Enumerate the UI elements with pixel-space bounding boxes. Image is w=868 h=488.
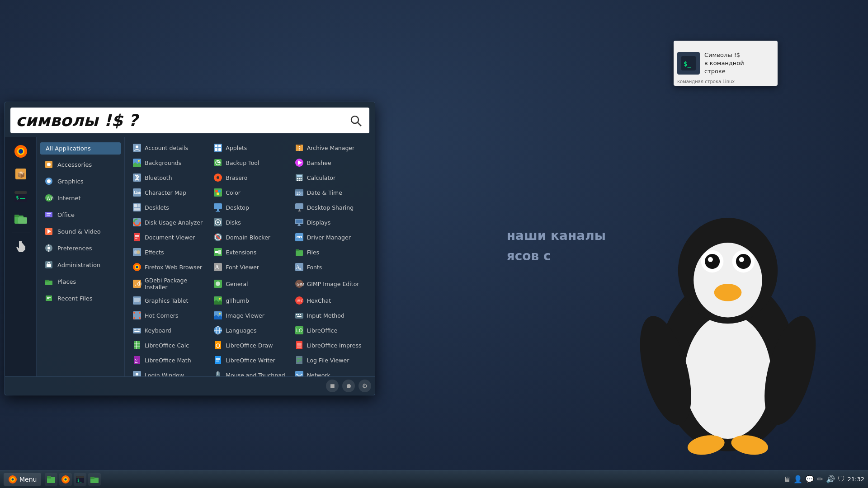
app-character-map[interactable]: Ωab Character Map [128,185,209,200]
tray-icon-shield: 🛡 [838,475,845,483]
category-recent-files[interactable]: Recent Files [38,290,123,306]
all-applications-btn[interactable]: All Applications [40,142,121,155]
category-preferences[interactable]: Preferences [38,240,123,256]
log-file-viewer-icon [294,355,304,365]
app-document-viewer[interactable]: Document Viewer [128,230,209,244]
app-calculator[interactable]: Calculator [291,170,371,185]
category-sound-video[interactable]: Sound & Video [38,223,123,239]
app-desktop-sharing[interactable]: Desktop Sharing [291,200,371,215]
taskbar-menu-button[interactable]: Menu [4,473,41,486]
app-gimp[interactable]: GIMP GIMP Image Editor [291,275,371,293]
internet-icon: WWW [44,193,54,203]
svg-rect-59 [215,148,217,151]
sidebar-files-icon[interactable] [10,208,32,230]
app-banshee[interactable]: Banshee [291,155,371,170]
svg-rect-107 [298,224,300,225]
sidebar-pointer-icon[interactable] [10,236,32,258]
app-brasero[interactable]: Brasero [209,170,290,185]
graphics-label: Graphics [57,178,83,185]
app-color[interactable]: Color [209,185,290,200]
app-libreoffice-impress[interactable]: LibreOffice Impress [291,338,371,352]
app-hexchat[interactable]: IRC HexChat [291,293,371,308]
category-internet[interactable]: WWW Internet [38,190,123,206]
general-icon [213,279,223,289]
app-backgrounds[interactable]: Backgrounds [128,155,209,170]
app-bluetooth[interactable]: Bluetooth [128,170,209,185]
app-extensions[interactable]: Extensions [209,245,290,259]
app-libreoffice-calc[interactable]: LibreOffice Calc [128,338,209,352]
app-applets[interactable]: Applets [209,141,290,155]
taskbar-files-btn[interactable] [45,473,57,486]
app-libreoffice-writer[interactable]: LibreOffice Writer [209,353,290,367]
bottom-btn-3[interactable]: ⚙ [359,380,371,392]
bottom-btn-1[interactable]: ⏹ [326,380,339,392]
category-administration[interactable]: Administration [38,257,123,273]
sidebar-software-icon[interactable]: 📦 [10,163,32,185]
search-input-wrapper[interactable]: символы !$ ? [10,108,369,133]
app-mouse-touchpad[interactable]: Mouse and Touchpad [209,368,290,376]
login-window-icon [132,370,142,376]
app-input-method-label: Input Method [307,312,344,319]
svg-point-65 [138,160,140,162]
app-date-time[interactable]: 15 Date & Time [291,185,371,200]
app-desklets[interactable]: Desklets [128,200,209,215]
app-extensions-label: Extensions [226,249,256,256]
app-graphics-tablet[interactable]: Graphics Tablet [128,293,209,308]
app-driver-manager[interactable]: Driver Manager [291,230,371,244]
app-archive-manager[interactable]: Archive Manager [291,141,371,155]
sidebar-terminal-icon[interactable]: $ [10,186,32,207]
app-desktop[interactable]: Desktop [209,200,290,215]
svg-point-122 [137,250,140,254]
app-firefox[interactable]: Firefox Web Browser [128,260,209,274]
app-log-file-viewer[interactable]: Log File Viewer [291,353,371,367]
app-libreoffice[interactable]: LO LibreOffice [291,323,371,338]
app-network[interactable]: Network [291,368,371,376]
app-backgrounds-label: Backgrounds [145,160,181,166]
app-general[interactable]: General [209,275,290,293]
category-places[interactable]: Places [38,273,123,290]
app-gdebi[interactable]: .deb GDebi Package Installer [128,275,209,293]
category-graphics[interactable]: Graphics [38,173,123,189]
app-input-method[interactable]: Input Method [291,308,371,323]
app-gthumb[interactable]: gThumb [209,293,290,308]
svg-rect-158 [298,314,299,315]
app-files[interactable]: Files [291,245,371,259]
taskbar-firefox-btn[interactable] [59,473,72,486]
thumbnail-card[interactable]: $_ Символы !$ в команднойстроке командна… [674,41,778,86]
svg-text:a: a [299,267,302,271]
app-image-viewer[interactable]: Image Viewer [209,308,290,323]
app-backup-tool[interactable]: Backup Tool [209,155,290,170]
keyboard-icon [132,325,142,335]
svg-rect-163 [135,329,136,330]
svg-rect-92 [134,204,137,207]
app-disks[interactable]: Disks [209,215,290,230]
app-libreoffice-math[interactable]: ∑ LibreOffice Math [128,353,209,367]
svg-text:$_: $_ [77,479,82,483]
svg-text:📦: 📦 [17,171,25,178]
bottom-btn-2[interactable]: ⏺ [342,380,355,392]
app-libreoffice-draw[interactable]: LibreOffice Draw [209,338,290,352]
app-hot-corners[interactable]: Hot Corners [128,308,209,323]
app-languages[interactable]: Languages [209,323,290,338]
app-displays[interactable]: Displays [291,215,371,230]
tray-icon-user: 👤 [793,475,802,483]
app-disk-usage-analyzer[interactable]: Disk Usage Analyzer [128,215,209,230]
app-effects[interactable]: Effects [128,245,209,259]
app-font-viewer[interactable]: A Font Viewer [209,260,290,274]
app-account-details[interactable]: Account details [128,141,209,155]
app-login-window[interactable]: Login Window [128,368,209,376]
gdebi-icon: .deb [132,279,142,289]
search-button[interactable] [348,113,364,129]
sidebar-firefox-icon[interactable] [10,141,32,162]
app-keyboard[interactable]: Keyboard [128,323,209,338]
category-office[interactable]: Office [38,206,123,223]
app-domain-blocker[interactable]: Domain Blocker [209,230,290,244]
driver-manager-icon [294,232,304,242]
svg-rect-173 [134,341,140,349]
taskbar-terminal-btn[interactable]: $_ [74,473,86,486]
taskbar-folder-btn[interactable] [88,473,101,486]
bluetooth-icon [132,173,142,183]
svg-point-155 [219,313,221,314]
category-accessories[interactable]: Accessories [38,156,123,173]
app-fonts[interactable]: Aa Fonts [291,260,371,274]
